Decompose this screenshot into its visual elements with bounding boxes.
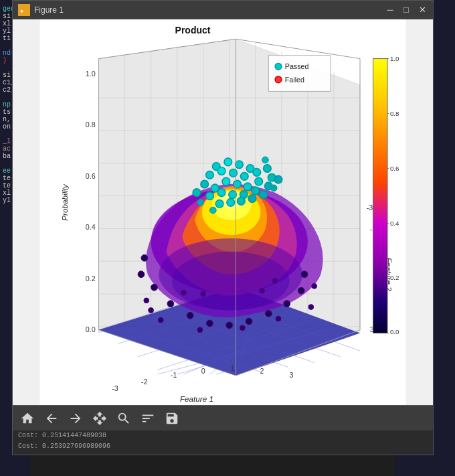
- pan-button[interactable]: [92, 410, 108, 426]
- svg-point-52: [298, 287, 304, 294]
- config-subplots-button[interactable]: [140, 410, 156, 426]
- svg-text:0.6: 0.6: [86, 172, 96, 180]
- svg-point-55: [141, 254, 148, 261]
- svg-text:-1: -1: [171, 371, 177, 379]
- svg-point-70: [236, 161, 244, 169]
- svg-point-46: [187, 312, 193, 319]
- svg-point-86: [206, 192, 214, 200]
- svg-text:✦: ✦: [19, 7, 24, 16]
- svg-point-66: [272, 279, 278, 284]
- svg-point-53: [301, 271, 308, 278]
- passed-legend-label: Passed: [285, 62, 309, 70]
- svg-point-69: [224, 158, 232, 166]
- svg-text:-2: -2: [141, 378, 148, 386]
- svg-point-85: [193, 189, 201, 197]
- svg-point-49: [246, 318, 252, 325]
- z-axis-label: Probability: [60, 183, 69, 221]
- matlab-logo-icon: ✦: [18, 4, 30, 16]
- back-button[interactable]: [43, 410, 60, 426]
- svg-point-94: [227, 198, 235, 206]
- window-controls: ─ □ ✕: [385, 5, 428, 15]
- x-axis-label: Feature 1: [180, 394, 213, 403]
- svg-point-77: [264, 165, 272, 173]
- svg-text:0.8: 0.8: [86, 121, 96, 129]
- svg-point-63: [149, 308, 154, 313]
- svg-text:-3: -3: [112, 384, 118, 392]
- title-bar: ✦ Figure 1 ─ □ ✕: [13, 1, 433, 19]
- svg-point-96: [248, 195, 256, 203]
- svg-point-50: [265, 310, 272, 317]
- maximize-button[interactable]: □: [401, 5, 412, 15]
- save-button[interactable]: [164, 410, 180, 426]
- svg-text:0: 0: [201, 367, 205, 375]
- svg-text:0.0: 0.0: [86, 325, 96, 333]
- svg-point-59: [276, 316, 281, 321]
- forward-button[interactable]: [68, 410, 84, 426]
- svg-point-87: [217, 189, 225, 197]
- window-title: Figure 1: [34, 5, 64, 15]
- svg-point-81: [234, 180, 242, 188]
- svg-text:3: 3: [290, 371, 294, 379]
- svg-point-73: [217, 167, 225, 175]
- svg-point-100: [262, 157, 269, 163]
- svg-text:-3: -3: [367, 204, 373, 212]
- svg-point-44: [151, 284, 158, 291]
- svg-text:0.8: 0.8: [390, 110, 399, 117]
- svg-text:1.0: 1.0: [390, 55, 399, 62]
- svg-point-144: [275, 63, 282, 70]
- svg-point-43: [172, 252, 290, 311]
- svg-point-88: [229, 191, 237, 199]
- svg-point-76: [253, 169, 261, 177]
- svg-text:1.0: 1.0: [86, 70, 96, 78]
- svg-rect-130: [373, 59, 387, 333]
- status-text-1: Cost: 0.25141447489038: [18, 432, 106, 439]
- svg-point-64: [201, 291, 206, 297]
- status-text-2: Cost: 0.253927696989096: [18, 443, 110, 450]
- svg-point-56: [158, 317, 163, 323]
- svg-point-48: [226, 322, 233, 329]
- svg-point-54: [138, 271, 145, 278]
- svg-point-72: [206, 171, 214, 179]
- svg-point-98: [197, 199, 204, 206]
- svg-point-80: [222, 177, 230, 185]
- title-bar-left: ✦ Figure 1: [18, 4, 64, 16]
- status-bar: Cost: 0.25141447489038: [13, 430, 433, 443]
- svg-text:0.0: 0.0: [390, 328, 399, 335]
- svg-point-101: [270, 185, 277, 191]
- svg-point-65: [260, 288, 265, 293]
- zoom-button[interactable]: [116, 410, 132, 426]
- svg-point-57: [197, 327, 203, 333]
- plot-area: Product: [13, 19, 433, 405]
- minimize-button[interactable]: ─: [385, 5, 395, 15]
- svg-point-95: [237, 197, 245, 206]
- svg-point-145: [275, 76, 282, 83]
- svg-point-45: [167, 301, 174, 307]
- svg-point-51: [284, 301, 290, 307]
- svg-point-58: [240, 325, 245, 331]
- svg-point-62: [144, 298, 149, 303]
- svg-rect-143: [268, 56, 331, 92]
- failed-legend-label: Failed: [285, 76, 304, 84]
- toolbar: [13, 405, 433, 430]
- svg-point-99: [209, 207, 216, 214]
- svg-point-93: [215, 200, 223, 208]
- svg-point-92: [274, 175, 282, 183]
- svg-text:1: 1: [231, 364, 235, 372]
- svg-point-47: [207, 320, 213, 327]
- plot-title: Product: [13, 25, 373, 35]
- svg-point-82: [244, 183, 252, 191]
- svg-point-67: [181, 290, 187, 295]
- svg-point-60: [308, 305, 314, 310]
- svg-text:0.2: 0.2: [390, 274, 399, 281]
- svg-point-61: [312, 283, 317, 289]
- figure-window: ✦ Figure 1 ─ □ ✕ Product: [12, 0, 434, 455]
- svg-point-83: [255, 177, 263, 185]
- svg-text:0.2: 0.2: [86, 274, 96, 283]
- svg-point-75: [240, 172, 248, 180]
- svg-point-90: [252, 187, 260, 195]
- home-button[interactable]: [19, 410, 35, 426]
- close-button[interactable]: ✕: [417, 5, 428, 15]
- svg-text:0.4: 0.4: [86, 223, 96, 231]
- svg-text:2: 2: [260, 367, 264, 375]
- plot-svg: -3 -2 -1 0 1 2 3 Feature 1 3 2 1 0 -1 -2…: [13, 19, 433, 405]
